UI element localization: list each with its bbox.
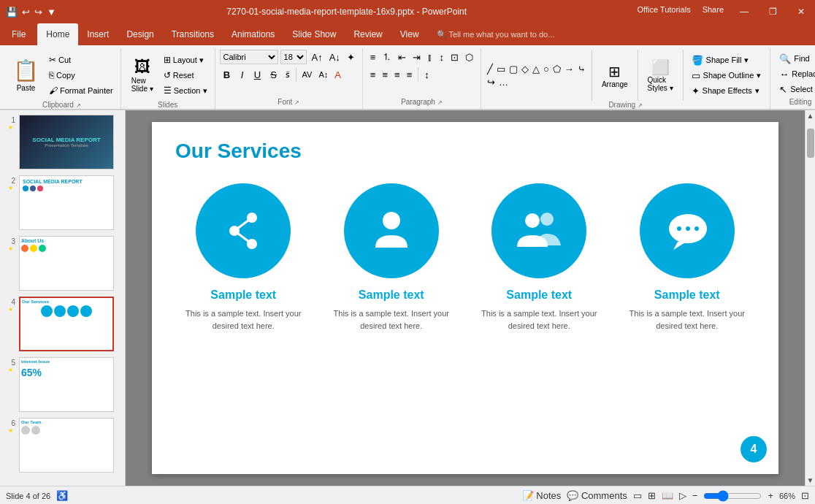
slide-thumb-4[interactable]: 4 ★ Our Services xyxy=(3,295,122,353)
font-color-button[interactable]: A xyxy=(332,67,344,82)
bullets-button[interactable]: ≡ xyxy=(367,50,379,64)
shape-diamond[interactable]: ◇ xyxy=(520,63,530,75)
format-painter-button[interactable]: 🖌 Format Painter xyxy=(46,83,116,98)
scroll-thumb[interactable] xyxy=(807,129,814,158)
smart-art-button[interactable]: ⬡ xyxy=(462,50,476,64)
columns-button[interactable]: ⫿ xyxy=(424,50,435,64)
paste-button[interactable]: 📋 Paste xyxy=(7,50,45,101)
tab-design[interactable]: Design xyxy=(118,23,162,45)
tab-file[interactable]: File xyxy=(0,23,37,45)
slideshow-button[interactable]: ▷ xyxy=(679,490,686,501)
line-spacing-button[interactable]: ↕ xyxy=(421,67,432,82)
font-size-select[interactable]: 18 xyxy=(280,50,307,64)
underline-button[interactable]: U xyxy=(250,67,265,82)
shape-arrow[interactable]: → xyxy=(563,63,575,75)
decrease-indent-button[interactable]: ⇤ xyxy=(395,50,409,64)
paste-icon: 📋 xyxy=(13,58,39,83)
shape-effects-button[interactable]: ✦ Shape Effects ▾ xyxy=(687,85,766,97)
shape-more[interactable]: … xyxy=(497,76,510,88)
close-button[interactable]: ✕ xyxy=(793,5,809,18)
align-right-button[interactable]: ≡ xyxy=(391,67,403,82)
arrange-button[interactable]: ⊞ Arrange xyxy=(596,50,634,101)
increase-font-button[interactable]: A↑ xyxy=(309,50,326,64)
center-button[interactable]: ≡ xyxy=(379,67,391,82)
shape-pentagon[interactable]: ⬠ xyxy=(551,63,562,75)
select-button[interactable]: ↖ Select ▾ xyxy=(775,83,815,96)
shape-line[interactable]: ╱ xyxy=(486,63,494,75)
customize-qa-icon[interactable]: ▼ xyxy=(47,7,56,18)
shape-fill-button[interactable]: 🪣 Shape Fill ▾ xyxy=(687,54,766,66)
minimize-button[interactable]: — xyxy=(735,5,753,18)
undo-icon[interactable]: ↩ xyxy=(22,7,30,18)
reading-view-button[interactable]: 📖 xyxy=(662,490,673,501)
font-family-select[interactable]: Calibri xyxy=(220,50,278,64)
share-button[interactable]: Share xyxy=(703,5,724,18)
save-icon[interactable]: 💾 xyxy=(6,7,18,18)
tab-review[interactable]: Review xyxy=(345,23,391,45)
zoom-out-button[interactable]: − xyxy=(692,490,698,501)
fit-slide-button[interactable]: ⊡ xyxy=(801,490,809,501)
layout-button[interactable]: ⊞ Layout ▾ xyxy=(161,53,210,67)
text-direction-button[interactable]: A↕ xyxy=(315,67,331,82)
shape-triangle[interactable]: △ xyxy=(531,63,541,75)
shape-round-rect[interactable]: ▢ xyxy=(508,63,519,75)
char-spacing-button[interactable]: AV xyxy=(299,67,315,82)
office-tutorials-link[interactable]: Office Tutorials xyxy=(637,5,690,18)
find-button[interactable]: 🔍 Find xyxy=(775,53,815,65)
new-slide-button[interactable]: 🖼 NewSlide ▾ xyxy=(126,50,159,101)
clear-format-button[interactable]: ✦ xyxy=(344,50,358,64)
numbering-button[interactable]: ⒈ xyxy=(379,50,394,64)
shadow-button[interactable]: s̈ xyxy=(283,67,293,82)
shape-rect[interactable]: ▭ xyxy=(495,63,507,75)
restore-button[interactable]: ❐ xyxy=(765,5,781,18)
tab-animations[interactable]: Animations xyxy=(223,23,283,45)
service-circle-3 xyxy=(491,183,586,278)
align-text-button[interactable]: ⊡ xyxy=(448,50,462,64)
shape-arrow2[interactable]: ⤷ xyxy=(576,63,587,75)
zoom-in-button[interactable]: + xyxy=(768,490,773,501)
right-scrollbar[interactable]: ▲ ▼ xyxy=(805,110,815,486)
slide-thumb-2[interactable]: 2 ★ SOCIAL MEDIA REPORT xyxy=(3,174,122,232)
increase-indent-button[interactable]: ⇥ xyxy=(410,50,424,64)
shape-circle[interactable]: ○ xyxy=(542,63,551,75)
tab-help[interactable]: 🔍 Tell me what you want to do... xyxy=(428,23,564,45)
reset-button[interactable]: ↺ Reset xyxy=(161,68,210,83)
slide-panel: 1 ★ SOCIAL MEDIA REPORT Presentation Tem… xyxy=(0,110,126,486)
shape-arrow3[interactable]: ↪ xyxy=(486,76,497,88)
quick-styles-button[interactable]: ⬜ QuickStyles ▾ xyxy=(642,50,679,101)
tab-slideshow[interactable]: Slide Show xyxy=(283,23,345,45)
slide-canvas[interactable]: Our Services Sample text xyxy=(152,122,778,474)
redo-icon[interactable]: ↪ xyxy=(34,7,42,18)
accessibility-icon[interactable]: ♿ xyxy=(56,490,68,501)
tab-transitions[interactable]: Transitions xyxy=(163,23,223,45)
strikethrough-button[interactable]: S xyxy=(266,67,282,82)
zoom-slider[interactable] xyxy=(703,491,762,501)
slide-thumb-1[interactable]: 1 ★ SOCIAL MEDIA REPORT Presentation Tem… xyxy=(3,113,122,171)
scroll-down-button[interactable]: ▼ xyxy=(806,475,815,486)
section-button[interactable]: ☰ Section ▾ xyxy=(161,83,210,98)
scroll-up-button[interactable]: ▲ xyxy=(806,110,815,121)
normal-view-button[interactable]: ▭ xyxy=(633,490,642,501)
shape-outline-button[interactable]: ▭ Shape Outline ▾ xyxy=(687,69,766,82)
tab-view[interactable]: View xyxy=(391,23,428,45)
slide-sorter-button[interactable]: ⊞ xyxy=(648,490,656,501)
share-icon xyxy=(221,209,265,253)
slide-thumb-5[interactable]: 5 ★ Internet Issue 65% xyxy=(3,356,122,413)
comments-button[interactable]: 💬 Comments xyxy=(567,490,627,501)
copy-button[interactable]: ⎘ Copy xyxy=(46,68,116,83)
text-direction-para-button[interactable]: ↕ xyxy=(436,50,447,64)
replace-button[interactable]: ↔ Replace xyxy=(775,68,815,80)
slide-thumb-6[interactable]: 6 ★ Our Team xyxy=(3,416,122,474)
editing-label: Editing xyxy=(789,98,812,107)
shape-fill-icon: 🪣 xyxy=(692,55,703,66)
justify-button[interactable]: ≡ xyxy=(404,67,416,82)
decrease-font-button[interactable]: A↓ xyxy=(326,50,343,64)
align-left-button[interactable]: ≡ xyxy=(367,67,379,82)
notes-button[interactable]: 📝 Notes xyxy=(522,490,562,501)
bold-button[interactable]: B xyxy=(220,67,234,82)
slide-thumb-3[interactable]: 3 ★ About Us xyxy=(3,234,122,292)
italic-button[interactable]: I xyxy=(235,67,250,82)
cut-button[interactable]: ✂ Cut xyxy=(46,53,116,67)
tab-home[interactable]: Home xyxy=(37,23,78,45)
tab-insert[interactable]: Insert xyxy=(78,23,118,45)
